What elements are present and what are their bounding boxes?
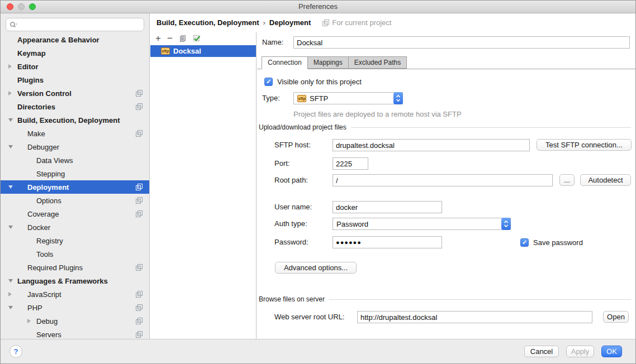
sidebar-item-label: Editor: [17, 63, 39, 71]
add-server-button[interactable]: +: [155, 35, 161, 42]
name-input[interactable]: [293, 36, 630, 49]
sidebar-item-label: Directories: [17, 103, 55, 111]
breadcrumb-section[interactable]: Build, Execution, Deployment: [156, 18, 259, 27]
remove-server-button[interactable]: −: [167, 35, 173, 42]
sidebar-item-options[interactable]: Options: [1, 194, 149, 207]
stepper-icon: [393, 92, 403, 104]
sidebar-item-make[interactable]: Make: [1, 127, 149, 140]
breadcrumb-separator-icon: ›: [263, 18, 265, 27]
user-name-label: User name:: [274, 201, 312, 213]
type-select[interactable]: sftp SFTP: [293, 92, 403, 104]
zoom-button-icon[interactable]: [29, 3, 36, 10]
sidebar-item-coverage[interactable]: Coverage: [1, 207, 149, 221]
sidebar-item-build-execution-deployment[interactable]: Build, Execution, Deployment: [1, 113, 149, 127]
chevron-down-icon[interactable]: [8, 279, 13, 282]
tab-connection[interactable]: Connection: [262, 56, 308, 69]
sftp-file-icon: sftp: [161, 47, 170, 55]
visible-only-checkbox[interactable]: ✓: [264, 78, 273, 86]
save-password-label: Save password: [533, 238, 583, 247]
sidebar-item-label: Data Views: [36, 156, 73, 165]
sidebar-item-label: Languages & Frameworks: [17, 277, 108, 285]
cancel-button[interactable]: Cancel: [524, 346, 559, 357]
help-button[interactable]: ?: [10, 345, 22, 358]
tab-excluded-paths[interactable]: Excluded Paths: [348, 56, 407, 69]
copy-server-button[interactable]: [179, 35, 187, 42]
use-as-default-button[interactable]: [193, 35, 201, 42]
tab-mappings[interactable]: Mappings: [307, 56, 349, 69]
chevron-right-icon[interactable]: [8, 91, 12, 95]
sftp-type-icon: sftp: [297, 95, 306, 102]
password-input[interactable]: [333, 236, 442, 248]
sidebar-item-deployment[interactable]: Deployment: [1, 180, 149, 194]
sidebar-item-plugins[interactable]: Plugins: [1, 73, 149, 87]
sidebar-item-label: Stepping: [36, 170, 65, 178]
upload-section-header: Upload/download project files: [259, 123, 631, 131]
autodetect-button[interactable]: Autodetect: [580, 174, 631, 186]
sidebar-item-label: Docker: [27, 223, 50, 232]
sidebar-item-keymap[interactable]: Keymap: [1, 46, 149, 60]
auth-type-label: Auth type:: [274, 218, 307, 230]
chevron-right-icon[interactable]: [8, 292, 12, 296]
minimize-button-icon: [18, 3, 25, 10]
sidebar-item-data-views[interactable]: Data Views: [1, 154, 149, 167]
open-button[interactable]: Open: [603, 311, 629, 323]
chevron-down-icon[interactable]: [8, 118, 13, 122]
sidebar-item-languages-frameworks[interactable]: Languages & Frameworks: [1, 274, 149, 288]
sidebar-item-directories[interactable]: Directories: [1, 100, 149, 113]
type-value: SFTP: [310, 94, 328, 103]
password-label: Password:: [274, 236, 308, 248]
stepper-icon: [501, 218, 511, 230]
browse-root-path-button[interactable]: ...: [559, 174, 575, 186]
port-label: Port:: [274, 157, 289, 170]
chevron-right-icon[interactable]: [8, 64, 12, 69]
sidebar-item-javascript[interactable]: JavaScript: [1, 288, 149, 301]
sidebar-item-label: Required Plugins: [27, 264, 83, 272]
chevron-right-icon[interactable]: [27, 319, 31, 323]
breadcrumb-page: Deployment: [269, 18, 311, 27]
sidebar-item-php[interactable]: PHP: [1, 301, 149, 314]
root-path-input[interactable]: [333, 174, 553, 186]
sidebar-item-label: Deployment: [27, 183, 69, 191]
chevron-down-icon[interactable]: [8, 145, 13, 149]
auth-type-select[interactable]: Password: [333, 218, 511, 230]
chevron-down-icon[interactable]: [8, 185, 13, 189]
sidebar-item-registry[interactable]: Registry: [1, 234, 149, 247]
sidebar-item-label: Debug: [36, 317, 58, 325]
ok-button[interactable]: OK: [601, 346, 622, 357]
sidebar-item-tools[interactable]: Tools: [1, 247, 149, 261]
titlebar: Preferences: [1, 1, 635, 13]
chevron-down-icon[interactable]: [8, 226, 13, 229]
sidebar-item-appearance-behavior[interactable]: Appearance & Behavior: [1, 33, 149, 46]
sidebar-item-editor[interactable]: Editor: [1, 60, 149, 73]
web-root-input[interactable]: [357, 311, 592, 323]
sidebar-item-servers[interactable]: Servers: [1, 328, 149, 339]
sidebar-item-version-control[interactable]: Version Control: [1, 87, 149, 100]
user-name-input[interactable]: [333, 201, 442, 213]
advanced-options-button[interactable]: Advanced options...: [275, 262, 357, 274]
sidebar-item-label: Options: [36, 197, 61, 205]
footer-bar: ? Cancel Apply OK: [1, 339, 635, 363]
server-item-docksal[interactable]: sftpDocksal: [150, 45, 256, 57]
chevron-down-icon[interactable]: [8, 306, 13, 309]
sidebar-item-label: Debugger: [27, 143, 59, 151]
server-item-label: Docksal: [173, 47, 201, 55]
sidebar-item-docker[interactable]: Docker: [1, 221, 149, 234]
test-sftp-connection-button[interactable]: Test SFTP connection...: [537, 139, 632, 151]
sidebar-item-stepping[interactable]: Stepping: [1, 167, 149, 180]
sidebar-item-required-plugins[interactable]: Required Plugins: [1, 261, 149, 274]
settings-search-input[interactable]: [6, 18, 144, 31]
port-input[interactable]: [333, 157, 368, 170]
search-icon[interactable]: [10, 21, 18, 28]
settings-sidebar: Appearance & BehaviorKeymapEditorPlugins…: [1, 13, 150, 339]
sidebar-item-debug[interactable]: Debug: [1, 314, 149, 328]
breadcrumb: Build, Execution, Deployment › Deploymen…: [150, 13, 635, 32]
close-button-icon[interactable]: [7, 3, 13, 10]
save-password-checkbox[interactable]: ✓: [520, 238, 529, 247]
name-label: Name:: [262, 36, 283, 49]
per-project-icon: [136, 197, 143, 204]
sidebar-item-label: Coverage: [27, 210, 59, 218]
sftp-host-input[interactable]: [333, 139, 530, 151]
sidebar-item-debugger[interactable]: Debugger: [1, 140, 149, 154]
per-project-icon: [136, 210, 143, 217]
apply-button[interactable]: Apply: [566, 346, 594, 357]
